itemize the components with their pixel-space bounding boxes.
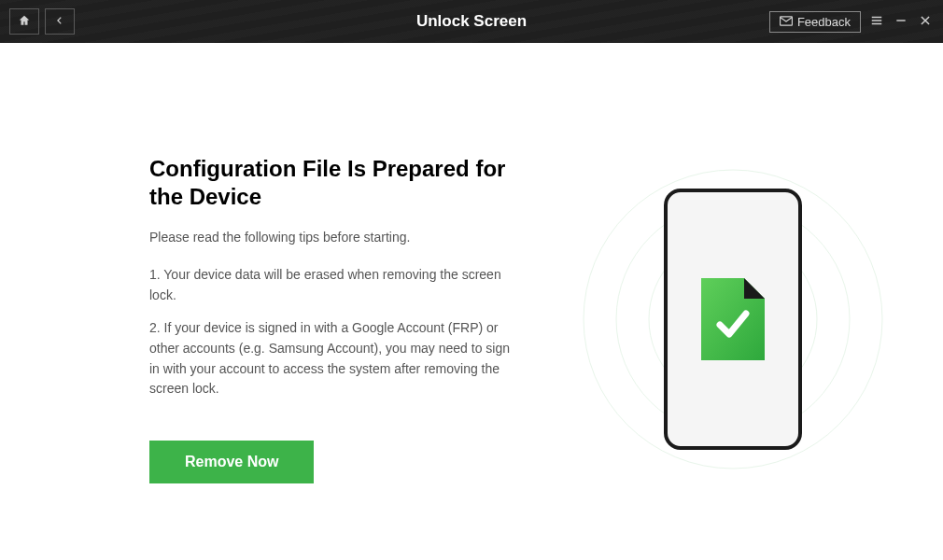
document-check-icon (701, 278, 765, 360)
app-header: Unlock Screen Feedback (0, 0, 943, 43)
menu-icon (869, 14, 884, 30)
text-column: Configuration File Is Prepared for the D… (149, 155, 523, 483)
tip-1: 1. Your device data will be erased when … (149, 265, 523, 305)
page-title: Unlock Screen (416, 12, 527, 31)
header-controls: Feedback (769, 11, 934, 33)
feedback-button[interactable]: Feedback (769, 11, 861, 33)
home-button[interactable] (9, 8, 39, 35)
back-button[interactable] (45, 8, 75, 35)
close-icon (919, 14, 932, 30)
subtitle: Please read the following tips before st… (149, 230, 523, 245)
minimize-button[interactable] (893, 13, 909, 30)
phone-frame (664, 189, 802, 450)
feedback-label: Feedback (797, 15, 851, 29)
tip-2: 2. If your device is signed in with a Go… (149, 318, 523, 399)
main-content: Configuration File Is Prepared for the D… (0, 43, 943, 539)
remove-now-button[interactable]: Remove Now (149, 441, 314, 483)
home-icon (18, 14, 31, 30)
illustration (598, 155, 868, 483)
mail-icon (780, 15, 793, 29)
chevron-left-icon (55, 14, 64, 30)
close-button[interactable] (917, 13, 934, 30)
minimize-icon (894, 14, 908, 30)
heading: Configuration File Is Prepared for the D… (149, 155, 523, 211)
menu-button[interactable] (868, 13, 885, 30)
